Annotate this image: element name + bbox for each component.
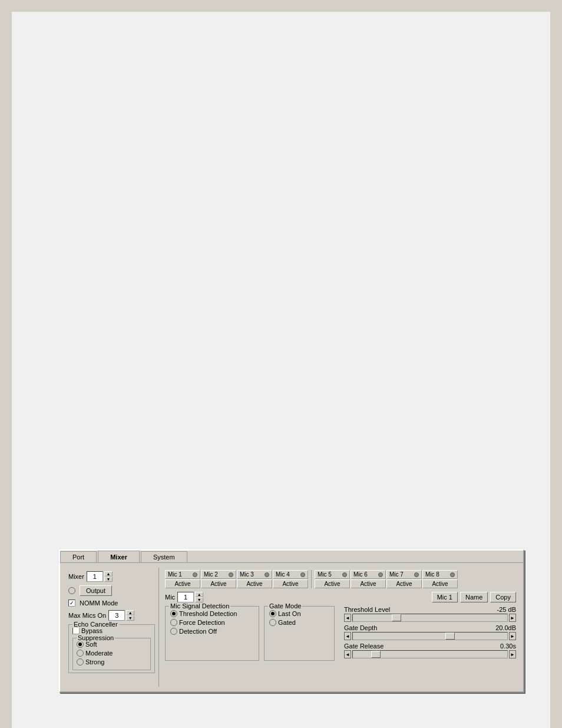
tabs-row: Port Mixer System: [60, 551, 523, 562]
suppression-soft-row[interactable]: Soft: [77, 641, 147, 648]
mic6-active-btn[interactable]: Active: [351, 579, 386, 588]
nomm-row[interactable]: NOMM Mode: [68, 599, 155, 607]
gate-release-label: Gate Release: [344, 643, 384, 650]
threshold-level-right-arrow[interactable]: ►: [509, 614, 516, 622]
suppression-moderate-label: Moderate: [85, 650, 113, 657]
mic3-active-btn[interactable]: Active: [237, 579, 272, 588]
mic1-active-btn[interactable]: Active: [165, 579, 200, 588]
gate-release-right-arrow[interactable]: ►: [509, 650, 516, 658]
threshold-level-label: Threshold Level: [344, 606, 390, 613]
threshold-level-track[interactable]: [352, 614, 508, 622]
mic8-label-btn[interactable]: Mic 8: [422, 570, 458, 579]
gate-depth-thumb[interactable]: [445, 633, 455, 640]
mic-col-1: Mic 1 Active: [165, 570, 200, 588]
mic1-info-btn[interactable]: Mic 1: [432, 592, 458, 602]
gate-depth-left-arrow[interactable]: ◄: [344, 632, 351, 640]
threshold-level-left-arrow[interactable]: ◄: [344, 614, 351, 622]
gate-depth-value: 20.0dB: [495, 624, 516, 631]
gate-gated-row[interactable]: Gated: [269, 619, 329, 626]
gate-release-track[interactable]: [352, 650, 508, 658]
max-mics-down-btn[interactable]: ▼: [126, 615, 134, 621]
mic-selector-input[interactable]: [177, 592, 194, 602]
gate-depth-right-arrow[interactable]: ►: [509, 632, 516, 640]
detection-off-row[interactable]: Detection Off: [170, 628, 254, 635]
max-mics-spinner-buttons: ▲ ▼: [126, 610, 134, 621]
right-controls: Threshold Level -25 dB ◄ ►: [339, 606, 516, 661]
mic1-led: [193, 572, 197, 577]
right-panel: Mic 1 Active Mic 2 Active: [163, 568, 518, 687]
gate-release-label-row: Gate Release 0.30s: [344, 643, 516, 650]
mic3-label-btn[interactable]: Mic 3: [237, 570, 272, 579]
copy-button[interactable]: Copy: [490, 592, 516, 602]
mic2-active-btn[interactable]: Active: [201, 579, 236, 588]
mic-separator: [311, 570, 312, 588]
mic2-label-btn[interactable]: Mic 2: [201, 570, 236, 579]
page-wrapper: Port Mixer System Mixer ▲ ▼: [12, 12, 550, 728]
mic5-active-btn[interactable]: Active: [315, 579, 350, 588]
mic3-label-text: Mic 3: [240, 571, 254, 578]
mixer-down-btn[interactable]: ▼: [104, 577, 113, 582]
mixer-label: Mixer: [68, 573, 84, 580]
mic5-label-btn[interactable]: Mic 5: [315, 570, 350, 579]
tab-port[interactable]: Port: [60, 551, 97, 562]
suppression-moderate-radio[interactable]: [77, 650, 84, 657]
detection-off-radio[interactable]: [170, 628, 177, 635]
mixer-input[interactable]: [87, 571, 103, 582]
mic2-label-text: Mic 2: [204, 571, 218, 578]
nomm-checkbox[interactable]: [68, 599, 75, 607]
output-button[interactable]: Output: [80, 585, 112, 596]
gate-release-thumb[interactable]: [371, 651, 381, 658]
mic-selector-down-btn[interactable]: ▼: [195, 597, 203, 602]
gate-release-left-arrow[interactable]: ◄: [344, 650, 351, 658]
detection-force-radio[interactable]: [170, 619, 177, 626]
gate-release-control: Gate Release 0.30s ◄ ►: [344, 643, 516, 658]
mic2-led: [229, 572, 233, 577]
suppression-strong-row[interactable]: Strong: [77, 658, 147, 666]
bypass-row[interactable]: Bypass: [72, 627, 151, 634]
detection-threshold-row[interactable]: Threshold Detection: [170, 610, 254, 617]
bypass-checkbox[interactable]: [72, 627, 80, 634]
mic4-label-btn[interactable]: Mic 4: [273, 570, 308, 579]
max-mics-input[interactable]: [108, 610, 125, 621]
detection-force-row[interactable]: Force Detection: [170, 619, 254, 626]
mic-selector-row: Mic ▲ ▼ Mic 1 Name Copy: [165, 592, 516, 602]
mic1-label-btn[interactable]: Mic 1: [165, 570, 200, 579]
mic4-active-btn[interactable]: Active: [273, 579, 308, 588]
mic7-label-text: Mic 7: [389, 571, 404, 578]
detection-threshold-radio[interactable]: [170, 610, 177, 617]
gate-depth-track[interactable]: [352, 632, 508, 640]
mic-col-4: Mic 4 Active: [273, 570, 308, 588]
gate-last-on-row[interactable]: Last On: [269, 610, 329, 617]
mic4-label-text: Mic 4: [276, 571, 290, 578]
mic-selector-up-btn[interactable]: ▲: [195, 592, 203, 597]
gate-gated-radio[interactable]: [269, 619, 276, 626]
suppression-soft-radio[interactable]: [77, 641, 84, 648]
mic7-label-btn[interactable]: Mic 7: [386, 570, 422, 579]
threshold-level-thumb[interactable]: [392, 614, 401, 621]
mic-col-2: Mic 2 Active: [201, 570, 236, 588]
tab-system[interactable]: System: [141, 551, 187, 562]
mic7-active-btn[interactable]: Active: [386, 579, 422, 588]
mic8-led: [450, 572, 455, 577]
detection-threshold-label: Threshold Detection: [179, 610, 237, 617]
mixer-up-btn[interactable]: ▲: [104, 571, 113, 577]
mic6-label-btn[interactable]: Mic 6: [351, 570, 386, 579]
mic6-led: [378, 572, 383, 577]
mic3-led: [265, 572, 269, 577]
suppression-moderate-row[interactable]: Moderate: [77, 650, 147, 657]
mixer-spinner: ▲ ▼: [87, 571, 113, 582]
mic1-label-text: Mic 1: [168, 571, 182, 578]
threshold-level-label-row: Threshold Level -25 dB: [344, 606, 516, 613]
output-radio[interactable]: [68, 587, 75, 594]
bypass-label: Bypass: [81, 627, 103, 634]
tab-mixer[interactable]: Mixer: [98, 551, 140, 562]
gate-last-on-radio[interactable]: [269, 610, 276, 617]
mic8-active-btn[interactable]: Active: [422, 579, 458, 588]
mic8-label-text: Mic 8: [425, 571, 439, 578]
mic-col-7: Mic 7 Active: [386, 570, 422, 588]
suppression-strong-radio[interactable]: [77, 658, 84, 666]
name-button[interactable]: Name: [460, 592, 488, 602]
suppression-title: Suppression: [77, 634, 115, 641]
max-mics-up-btn[interactable]: ▲: [126, 610, 134, 615]
threshold-level-control: Threshold Level -25 dB ◄ ►: [344, 606, 516, 622]
